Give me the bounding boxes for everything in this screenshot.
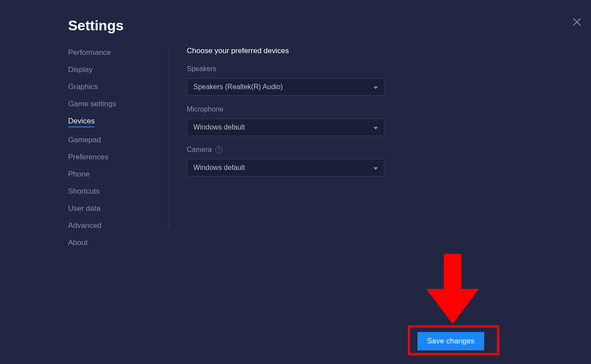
sidebar-item-performance[interactable]: Performance [68, 48, 111, 57]
sidebar-item-user-data[interactable]: User data [68, 204, 101, 213]
sidebar-item-display[interactable]: Display [68, 65, 93, 74]
sidebar-item-graphics[interactable]: Graphics [68, 83, 98, 91]
speakers-label: Speakers [187, 65, 406, 73]
speakers-field: Speakers Speakers (Realtek(R) Audio) [187, 65, 406, 96]
camera-label: Camera [187, 146, 212, 154]
sidebar-item-advanced[interactable]: Advanced [68, 221, 102, 230]
sidebar-item-shortcuts[interactable]: Shortcuts [68, 187, 100, 196]
microphone-field: Microphone Windows default [187, 105, 406, 136]
svg-marker-5 [426, 254, 479, 324]
save-changes-button[interactable]: Save changes [417, 332, 484, 350]
svg-marker-2 [373, 86, 378, 89]
close-icon [573, 18, 581, 26]
sidebar-item-devices[interactable]: Devices [68, 117, 94, 127]
camera-value: Windows default [193, 164, 245, 172]
svg-marker-4 [373, 167, 378, 170]
settings-content: Choose your preferred devices Speakers S… [187, 47, 406, 186]
svg-marker-3 [373, 127, 378, 130]
sidebar-item-about[interactable]: About [68, 238, 87, 247]
sidebar-item-game-settings[interactable]: Game settings [68, 100, 116, 108]
close-button[interactable] [571, 16, 583, 28]
sidebar-item-phone[interactable]: Phone [68, 170, 90, 179]
speakers-select[interactable]: Speakers (Realtek(R) Audio) [187, 78, 384, 96]
help-icon[interactable]: ? [215, 146, 222, 153]
chevron-down-icon [373, 123, 378, 131]
annotation-arrow-icon [426, 254, 479, 326]
sidebar-item-gamepad[interactable]: Gamepad [68, 136, 101, 144]
microphone-select[interactable]: Windows default [187, 119, 384, 136]
camera-select[interactable]: Windows default [187, 159, 384, 177]
camera-field: Camera ? Windows default [187, 146, 406, 177]
speakers-value: Speakers (Realtek(R) Audio) [193, 83, 283, 91]
settings-sidebar: Performance Display Graphics Game settin… [68, 48, 169, 228]
chevron-down-icon [373, 164, 378, 172]
sidebar-item-preferences[interactable]: Preferences [68, 153, 109, 162]
microphone-label: Microphone [187, 105, 406, 113]
microphone-value: Windows default [193, 123, 245, 131]
chevron-down-icon [373, 83, 378, 91]
section-title: Choose your preferred devices [187, 47, 406, 55]
page-title: Settings [68, 18, 123, 34]
